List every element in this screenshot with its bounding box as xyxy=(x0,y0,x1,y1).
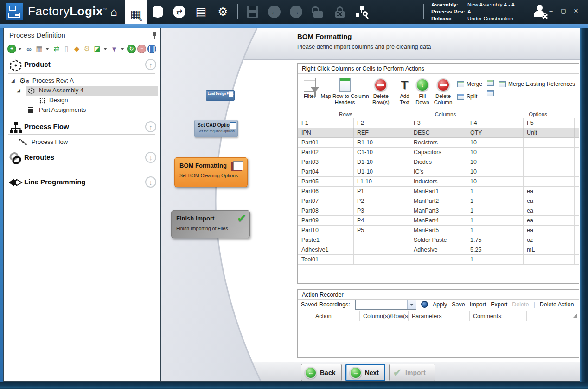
recorder-column-header[interactable]: Column(s)/Row(s)... xyxy=(360,311,409,321)
step-set-cad-options[interactable]: Set CAD Options Set the required options xyxy=(194,120,238,137)
table-cell[interactable] xyxy=(575,148,579,157)
back-button[interactable]: ← Back xyxy=(301,364,342,381)
apply-button[interactable]: Apply xyxy=(433,301,447,308)
table-cell[interactable]: U1-10 xyxy=(354,167,410,177)
binoculars-icon[interactable]: ∞ xyxy=(25,45,33,53)
table-cell[interactable]: 1.75 xyxy=(467,235,524,245)
save-button[interactable]: Save xyxy=(452,301,465,308)
table-cell[interactable] xyxy=(575,167,579,177)
export-icon[interactable]: ◪ xyxy=(93,45,102,53)
table-cell[interactable] xyxy=(575,157,579,167)
table-cell[interactable]: 10 xyxy=(467,167,524,177)
recorder-column-header[interactable] xyxy=(298,311,312,321)
tree-item-part-assignments[interactable]: Part Assignments xyxy=(4,105,160,115)
table-cell[interactable]: ManPart3 xyxy=(410,206,467,216)
materials-database-icon[interactable] xyxy=(147,0,168,24)
table-cell[interactable]: Part04 xyxy=(298,167,354,177)
table-cell[interactable] xyxy=(524,148,575,157)
table-cell[interactable]: QTY xyxy=(467,128,524,138)
step-bom-formatting-current[interactable]: BOM Formatting Set BOM Cleaning Options xyxy=(174,157,248,187)
merge-button[interactable]: Merge xyxy=(457,79,482,89)
next-button[interactable]: → Next xyxy=(345,364,385,381)
table-cell[interactable] xyxy=(575,235,579,245)
split-button[interactable]: Split xyxy=(457,92,482,101)
table-cell[interactable]: Unit xyxy=(524,128,575,138)
recorder-column-header[interactable]: Action xyxy=(312,311,360,321)
expander-icon[interactable]: ◢ xyxy=(11,78,15,83)
table-cell[interactable]: Part09 xyxy=(298,216,354,226)
gear-icon[interactable]: ⚙ xyxy=(83,45,91,53)
table-cell[interactable]: Part03 xyxy=(298,157,354,167)
table-row[interactable]: Part05L1-10Inductors10 xyxy=(298,177,579,187)
table-row[interactable]: Part07P2ManPart21ea xyxy=(298,196,579,206)
table-cell[interactable]: P1 xyxy=(354,187,410,196)
collapse-up-icon[interactable]: ↑ xyxy=(145,59,156,70)
transfer-icon[interactable]: ⇄ xyxy=(168,0,190,24)
map-row-to-column-headers-button[interactable]: Map Row to Column Headers xyxy=(320,77,370,105)
recorder-column-header[interactable] xyxy=(527,311,579,321)
table-cell[interactable] xyxy=(524,167,575,177)
table-cell[interactable]: Part02 xyxy=(298,148,354,157)
table-cell[interactable]: IC's xyxy=(410,167,467,177)
table-cell[interactable]: ManPart4 xyxy=(410,216,467,226)
settings-gear-icon[interactable]: ⚙ xyxy=(212,0,234,24)
print-icon[interactable]: ▦ xyxy=(35,45,44,53)
table-cell[interactable]: R1-10 xyxy=(354,138,410,148)
table-cell[interactable]: 10 xyxy=(467,138,524,148)
table-cell[interactable] xyxy=(575,138,579,148)
table-cell[interactable]: Part06 xyxy=(298,187,354,196)
bom-column-header[interactable]: F5 xyxy=(524,118,575,128)
table-cell[interactable]: ea xyxy=(524,226,575,235)
table-cell[interactable]: Paste1 xyxy=(298,235,354,245)
fill-down-button[interactable]: ↓ Fill Down xyxy=(414,77,431,105)
collapse-down-icon[interactable]: ↓ xyxy=(145,176,156,188)
table-cell[interactable]: 10 xyxy=(467,148,524,157)
table-cell[interactable]: Part08 xyxy=(298,206,354,216)
bom-column-header[interactable]: F1 xyxy=(298,118,354,128)
table-row[interactable]: Part01R1-10Resistors10 xyxy=(298,138,579,148)
record-icon[interactable] xyxy=(421,301,428,308)
table-cell[interactable]: Part01 xyxy=(298,138,354,148)
table-row[interactable]: Part08P3ManPart31ea xyxy=(298,206,579,216)
table-row[interactable]: Part02C1-10Capacitors10 xyxy=(298,148,579,157)
close-button[interactable]: ✕ xyxy=(572,7,580,14)
table-row[interactable]: Part06P1ManPart11ea xyxy=(298,187,579,196)
table-cell[interactable]: D1-10 xyxy=(354,157,410,167)
table-cell[interactable] xyxy=(575,177,579,187)
import-button[interactable]: Import xyxy=(470,301,486,308)
presentation-icon[interactable]: ▯ xyxy=(62,45,71,53)
section-product[interactable]: Product ↑ xyxy=(4,57,160,73)
table-cell[interactable]: ea xyxy=(524,216,575,226)
table-cell[interactable]: 5.25 xyxy=(467,245,524,255)
tree-item-new-assembly[interactable]: ◢ New Assembly 4 xyxy=(4,86,160,96)
table-cell[interactable] xyxy=(354,245,410,255)
process-search-icon[interactable] xyxy=(351,0,372,24)
table-cell[interactable]: P5 xyxy=(354,226,410,235)
bom-column-header[interactable] xyxy=(575,118,579,128)
tree-item-process-rev[interactable]: ◢ ⚙⚙ Process Rev: A xyxy=(4,76,160,86)
table-cell[interactable] xyxy=(524,138,575,148)
table-cell[interactable]: 1 xyxy=(467,196,524,206)
table-cell[interactable]: 10 xyxy=(467,157,524,167)
table-cell[interactable]: ea xyxy=(524,187,575,196)
recorder-column-header[interactable]: Comments: xyxy=(470,311,527,321)
bell-icon[interactable]: ◆ xyxy=(72,45,81,53)
table-cell[interactable]: oz xyxy=(524,235,575,245)
table-cell[interactable]: Capacitors xyxy=(410,148,467,157)
table-cell[interactable]: ManPart5 xyxy=(410,226,467,235)
table-cell[interactable] xyxy=(575,255,579,265)
table-cell[interactable]: REF xyxy=(354,128,410,138)
add-text-button[interactable]: T Add Text xyxy=(396,77,413,105)
section-line-programming[interactable]: Line Programming ↓ xyxy=(4,175,160,190)
home-icon[interactable]: ⌂ xyxy=(103,0,125,24)
table-cell[interactable]: 1 xyxy=(467,216,524,226)
table-cell[interactable]: DESC xyxy=(410,128,467,138)
column-tool-icon[interactable] xyxy=(487,80,494,86)
table-cell[interactable]: ManPart2 xyxy=(410,196,467,206)
table-cell[interactable]: Part10 xyxy=(298,226,354,235)
step-finish-import[interactable]: Finish Import Finish Importing of Files … xyxy=(171,210,250,238)
bom-mapping-row[interactable]: IPNREFDESCQTYUnit xyxy=(298,128,579,138)
table-cell[interactable]: Solder Paste xyxy=(410,235,467,245)
merge-existing-references-button[interactable]: Merge Existing References xyxy=(499,79,575,89)
export-button[interactable]: Export xyxy=(491,301,507,308)
